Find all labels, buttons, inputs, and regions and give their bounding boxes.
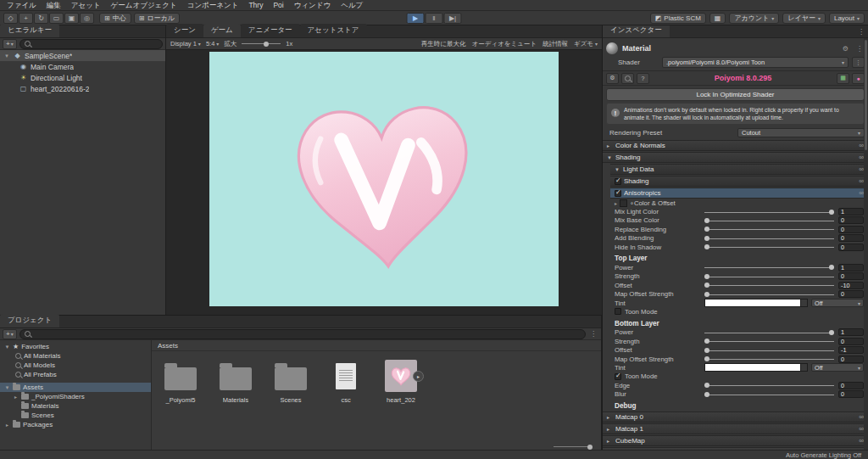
favorite-item[interactable]: All Models	[0, 361, 151, 370]
section-header-shading[interactable]: Shading∞	[610, 176, 868, 187]
tint-mode-dropdown[interactable]: Off▾	[811, 299, 864, 307]
checkbox[interactable]	[615, 178, 621, 185]
section-header-shading[interactable]: ▼Shading∞	[603, 152, 868, 163]
section-header-matcap-1[interactable]: ▸Matcap 1∞	[603, 423, 868, 434]
menu-item[interactable]: ヘルプ	[336, 0, 368, 11]
menu-item[interactable]: Poi	[268, 0, 288, 11]
game-toolbar-toggle[interactable]: オーディオをミュート	[472, 40, 537, 48]
asset-item[interactable]: Scenes	[267, 357, 314, 404]
shader-edit-button[interactable]: ⋮	[852, 57, 865, 68]
color-offset-foldout[interactable]: ▸∘Color & Offset	[603, 199, 868, 207]
property-slider[interactable]	[704, 382, 834, 389]
hierarchy-scene-row[interactable]: ▼◆SampleScene*	[0, 50, 165, 61]
property-slider[interactable]	[704, 282, 834, 288]
value-field[interactable]: 1	[838, 328, 864, 336]
checkbox[interactable]	[615, 373, 621, 380]
value-field[interactable]: 0	[838, 243, 864, 251]
menu-item[interactable]: 編集	[42, 0, 66, 11]
scrollbar-thumb[interactable]	[865, 40, 867, 150]
value-field[interactable]: 0	[838, 290, 864, 298]
step-button[interactable]: ▶|	[444, 13, 462, 24]
slider-handle[interactable]	[704, 274, 709, 279]
property-slider[interactable]	[704, 347, 834, 354]
slider-handle[interactable]	[704, 244, 709, 249]
asset-item[interactable]: csc	[322, 357, 370, 404]
game-toolbar-toggle[interactable]: 統計情報	[542, 40, 568, 48]
settings-gear-icon[interactable]: ⚙	[606, 73, 619, 84]
slider-handle[interactable]	[829, 330, 834, 335]
tree-item--poiyomishaders[interactable]: ▸_PoiyomiShaders	[0, 392, 151, 401]
value-field[interactable]: 0	[838, 355, 864, 363]
property-slider[interactable]	[704, 217, 834, 224]
plastic-scm-button[interactable]: ◩Plastic SCM	[650, 13, 706, 24]
aspect-dropdown[interactable]: 5:4 ▾	[206, 40, 219, 48]
asset-item[interactable]: Materials	[212, 357, 259, 404]
asset-size-slider[interactable]	[554, 446, 593, 447]
section-header-color-normals[interactable]: ▸Color & Normals∞	[603, 140, 868, 151]
slider-handle[interactable]	[704, 348, 709, 353]
transform-tool-button[interactable]: ◎	[80, 13, 94, 24]
game-toolbar-toggle[interactable]: 再生時に最大化	[421, 40, 466, 48]
section-header-matcap-0[interactable]: ▸Matcap 0∞	[603, 411, 868, 423]
hierarchy-search-input[interactable]	[33, 40, 158, 48]
slider-handle[interactable]	[829, 210, 834, 215]
tree-item-packages[interactable]: ▸Packages	[0, 420, 151, 429]
slider-handle[interactable]	[704, 383, 709, 388]
scale-slider[interactable]	[242, 43, 281, 44]
slider-handle[interactable]	[704, 356, 709, 361]
property-slider[interactable]	[704, 243, 834, 250]
slider-handle[interactable]	[704, 392, 709, 397]
inspector-scrollbar[interactable]	[864, 38, 868, 450]
menu-dots-icon[interactable]: ⋮	[856, 28, 866, 36]
pause-button[interactable]: ‖	[426, 13, 443, 24]
services-icon[interactable]: ▦	[709, 13, 726, 24]
color-swatch[interactable]	[704, 363, 808, 372]
slider-handle[interactable]	[704, 236, 709, 241]
tree-item-scenes[interactable]: Scenes	[0, 411, 151, 420]
section-header-anisotropics[interactable]: Anisotropics∞	[610, 188, 868, 199]
presets-icon[interactable]: ●	[852, 73, 865, 84]
auto-generate-lighting-toggle[interactable]: Auto Generate Lighting Off	[786, 451, 861, 459]
tab-scene[interactable]: シーン	[166, 24, 203, 37]
menu-item[interactable]: アセット	[66, 0, 106, 11]
search-icon[interactable]	[621, 73, 634, 84]
tint-mode-dropdown[interactable]: Off▾	[811, 363, 864, 372]
favorite-item[interactable]: All Prefabs	[0, 370, 151, 379]
favorites-header[interactable]: ▼★Favorites	[0, 342, 151, 351]
rect-tool-button[interactable]: ▣	[64, 13, 79, 24]
property-slider[interactable]	[704, 329, 834, 336]
create-button[interactable]: + ▾	[3, 39, 17, 49]
property-slider[interactable]	[704, 355, 834, 362]
property-slider[interactable]	[704, 209, 834, 216]
property-slider[interactable]	[704, 235, 834, 242]
property-slider[interactable]	[704, 338, 834, 344]
asset-item[interactable]: ▸heart_202	[377, 357, 425, 404]
scale-tool-button[interactable]: ▭	[49, 13, 64, 24]
menu-item[interactable]: ファイル	[2, 0, 42, 11]
play-button[interactable]: ▶	[407, 13, 425, 24]
rendering-preset-dropdown[interactable]: Cutout ▾	[737, 128, 865, 137]
value-field[interactable]: 1	[838, 264, 864, 271]
menu-item[interactable]: ゲームオブジェクト	[106, 0, 182, 11]
move-tool-button[interactable]: +	[19, 13, 33, 24]
value-field[interactable]: 0	[838, 216, 864, 224]
thry-tools-icon[interactable]: ▦	[837, 73, 849, 84]
expand-badge[interactable]: ▸	[413, 371, 424, 382]
space-toggle[interactable]: ⊞ローカル	[134, 13, 180, 24]
scale-slider-handle[interactable]	[264, 42, 269, 47]
value-field[interactable]: 0	[838, 234, 864, 242]
display-dropdown[interactable]: Display 1 ▾	[170, 40, 201, 48]
asset-size-slider-handle[interactable]	[587, 445, 593, 450]
tab-hierarchy[interactable]: ヒエラルキー	[0, 24, 59, 37]
slider-handle[interactable]	[704, 283, 709, 288]
section-header-light-data[interactable]: ▼Light Data∞	[610, 164, 868, 175]
slider-handle[interactable]	[704, 339, 709, 344]
slider-handle[interactable]	[829, 265, 834, 270]
game-toolbar-toggle[interactable]: ギズモ▾	[574, 40, 598, 48]
tree-item-materials[interactable]: Materials	[0, 401, 151, 411]
favorite-item[interactable]: All Materials	[0, 351, 151, 361]
checkbox[interactable]	[615, 308, 621, 315]
property-slider[interactable]	[704, 264, 834, 271]
slider-handle[interactable]	[704, 218, 709, 223]
gear-icon[interactable]: ⚙	[841, 45, 850, 53]
